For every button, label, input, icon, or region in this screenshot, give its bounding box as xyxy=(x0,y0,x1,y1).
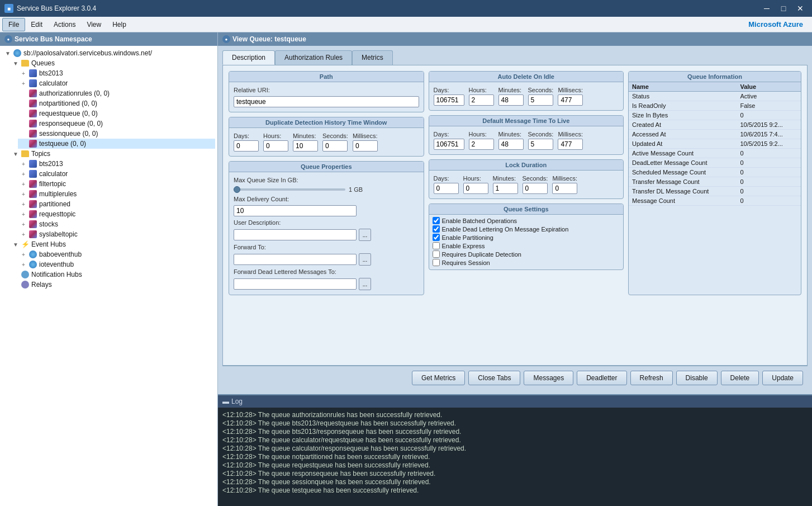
menu-file[interactable]: File xyxy=(2,18,25,31)
ad-hours-input[interactable] xyxy=(469,94,494,106)
tree-item-sessionqueue[interactable]: sessionqueue (0, 0) xyxy=(18,129,215,139)
tree-topic-partitioned[interactable]: + partitioned xyxy=(18,199,215,209)
tree-topic-stocks[interactable]: + stocks xyxy=(18,219,215,229)
tree-eventhub-baboe[interactable]: + baboeventhub xyxy=(18,249,215,259)
tree-topic-filtertopic[interactable]: + filtertopic xyxy=(18,179,215,189)
tree-item-responsequeue[interactable]: responsequeue (0, 0) xyxy=(18,119,215,129)
dttl-seconds-input[interactable] xyxy=(528,139,553,150)
partitioning-checkbox[interactable] xyxy=(433,234,440,241)
ad-minutes-input[interactable] xyxy=(498,94,524,106)
tab-authorization-rules[interactable]: Authorization Rules xyxy=(275,50,352,65)
dup-minutes-input[interactable] xyxy=(293,140,318,152)
topics-expand[interactable]: ▼ xyxy=(12,150,19,157)
disable-button[interactable]: Disable xyxy=(676,371,718,385)
dup-detect-checkbox[interactable] xyxy=(433,250,440,258)
tree-notificationhubs[interactable]: Notification Hubs xyxy=(10,269,215,280)
dttl-millisecs-input[interactable] xyxy=(558,139,583,150)
tree-root[interactable]: ▼ sb://paolosalvatori.servicebus.windows… xyxy=(2,48,215,58)
dttl-days-input[interactable] xyxy=(434,139,464,150)
queue-info-section: Queue Information Name Value xyxy=(628,71,801,295)
iot-expand[interactable]: + xyxy=(20,261,27,268)
tree-item-calculator[interactable]: + calculator xyxy=(18,78,215,88)
refresh-button[interactable]: Refresh xyxy=(630,371,673,385)
tree-topic-syslabeltopic[interactable]: + syslabeltopic xyxy=(18,229,215,239)
menu-view[interactable]: View xyxy=(81,18,107,31)
bts2013-expand[interactable]: + xyxy=(20,70,27,77)
t-filtertopic-expand[interactable]: + xyxy=(20,181,27,187)
dttl-hours-input[interactable] xyxy=(469,139,494,150)
root-expand[interactable]: ▼ xyxy=(4,50,11,56)
forward-to-input[interactable] xyxy=(234,254,357,265)
tree-area[interactable]: ▼ sb://paolosalvatori.servicebus.windows… xyxy=(0,46,217,506)
ad-days-input[interactable] xyxy=(434,94,464,106)
tree-queues[interactable]: ▼ Queues xyxy=(10,58,215,68)
messages-button[interactable]: Messages xyxy=(524,371,573,385)
deadletter-button[interactable]: Deadletter xyxy=(577,371,626,385)
menu-edit[interactable]: Edit xyxy=(25,18,48,31)
menu-help[interactable]: Help xyxy=(107,18,132,31)
forward-dead-browse-button[interactable]: ... xyxy=(359,278,371,290)
baboe-expand[interactable]: + xyxy=(20,251,27,258)
ld-millisecs-input[interactable] xyxy=(552,183,577,194)
queue-info-body: Name Value StatusActiveIs ReadOnlyFalseS… xyxy=(629,82,801,206)
maximize-button[interactable]: □ xyxy=(776,3,791,14)
tree-item-bts2013[interactable]: + bts2013 xyxy=(18,68,215,78)
calculator-expand[interactable]: + xyxy=(20,80,27,87)
queues-expand[interactable]: ▼ xyxy=(12,60,19,67)
dead-lettering-checkbox[interactable] xyxy=(433,225,440,233)
tree-eventhub-iot[interactable]: + ioteventhub xyxy=(18,259,215,269)
t-syslabel-expand[interactable]: + xyxy=(20,231,27,238)
log-content[interactable]: <12:10:28> The queue authorizationrules … xyxy=(218,408,812,506)
relative-uri-input[interactable] xyxy=(234,96,419,107)
t-requesttopic-expand[interactable]: + xyxy=(20,211,27,217)
minimize-button[interactable]: ─ xyxy=(759,3,774,14)
tree-item-requestqueue[interactable]: requestqueue (0, 0) xyxy=(18,108,215,119)
update-button[interactable]: Update xyxy=(762,371,803,385)
queue-size-slider[interactable] xyxy=(234,188,345,191)
t-bts2013-expand[interactable]: + xyxy=(20,160,27,167)
dup-seconds-input[interactable] xyxy=(322,140,348,152)
tree-item-authorizationrules[interactable]: authorizationrules (0, 0) xyxy=(18,88,215,98)
requires-session-checkbox[interactable] xyxy=(433,259,440,266)
ld-minutes-input[interactable] xyxy=(493,183,518,194)
forward-to-browse-button[interactable]: ... xyxy=(359,253,371,266)
max-delivery-count-input[interactable] xyxy=(234,205,357,216)
tree-item-testqueue[interactable]: testqueue (0, 0) xyxy=(18,139,215,149)
user-description-input[interactable] xyxy=(234,229,357,240)
close-button[interactable]: ✕ xyxy=(793,3,808,14)
user-description-browse-button[interactable]: ... xyxy=(359,229,371,241)
delete-button[interactable]: Delete xyxy=(721,371,759,385)
t-partitioned-expand[interactable]: + xyxy=(20,201,27,207)
ld-seconds-input[interactable] xyxy=(523,183,548,194)
tree-topic-multiplerules[interactable]: + multiplerules xyxy=(18,189,215,199)
tree-topic-requesttopic[interactable]: + requesttopic xyxy=(18,209,215,219)
menu-actions[interactable]: Actions xyxy=(48,18,81,31)
t-filtertopic-label: filtertopic xyxy=(39,180,66,188)
relative-uri-row: Relative URI: xyxy=(234,87,419,93)
t-multiplerules-expand[interactable]: + xyxy=(20,191,27,197)
batched-ops-checkbox[interactable] xyxy=(433,217,440,224)
dup-hours-input[interactable] xyxy=(263,140,288,152)
close-tabs-button[interactable]: Close Tabs xyxy=(468,371,520,385)
express-checkbox[interactable] xyxy=(433,242,440,249)
t-calculator-expand[interactable]: + xyxy=(20,171,27,177)
get-metrics-button[interactable]: Get Metrics xyxy=(412,371,465,385)
tree-eventhubs[interactable]: ▼ ⚡ Event Hubs xyxy=(10,239,215,249)
tab-description[interactable]: Description xyxy=(222,50,275,65)
ld-days-input[interactable] xyxy=(434,183,459,194)
tree-topic-calculator[interactable]: + calculator xyxy=(18,169,215,179)
tab-metrics[interactable]: Metrics xyxy=(352,50,393,65)
tree-topic-bts2013[interactable]: + bts2013 xyxy=(18,159,215,169)
ld-hours-input[interactable] xyxy=(463,183,488,194)
forward-dead-input[interactable] xyxy=(234,278,357,290)
eventhubs-expand[interactable]: ▼ xyxy=(12,241,19,248)
tree-topics[interactable]: ▼ Topics xyxy=(10,149,215,159)
ad-seconds-input[interactable] xyxy=(528,94,553,106)
dup-millisecs-input[interactable] xyxy=(353,140,378,152)
dup-days-input[interactable] xyxy=(234,140,259,152)
dttl-minutes-input[interactable] xyxy=(498,139,524,150)
t-stocks-expand[interactable]: + xyxy=(20,221,27,228)
ad-millisecs-input[interactable] xyxy=(558,94,583,106)
tree-item-notpartitioned[interactable]: notpartitioned (0, 0) xyxy=(18,98,215,108)
tree-relays[interactable]: Relays xyxy=(10,280,215,290)
